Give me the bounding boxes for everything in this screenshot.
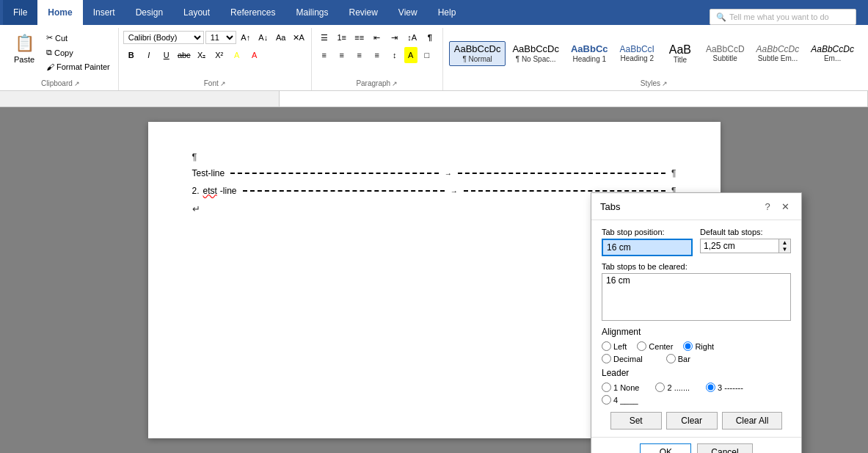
radio-right[interactable]: Right xyxy=(683,341,714,351)
clipboard-label: Clipboard ↗ xyxy=(7,78,114,89)
radio-center-input[interactable] xyxy=(637,341,646,351)
tab-file[interactable]: File xyxy=(3,0,37,25)
listbox-item-1[interactable]: 16 cm xyxy=(602,274,790,287)
paragraph-group: ☰ 1≡ ≡≡ ⇤ ⇥ ↕A ¶ ≡ ≡ ≡ ≡ ↕ A □ Paragraph… xyxy=(312,28,443,90)
tab-dots-2 xyxy=(243,190,445,192)
increase-indent-btn[interactable]: ⇥ xyxy=(387,29,403,46)
radio-center[interactable]: Center xyxy=(637,341,673,351)
copy-button[interactable]: ⧉ Copy xyxy=(43,46,114,59)
radio-leader-1-input[interactable] xyxy=(602,383,611,392)
increase-font-btn[interactable]: A↑ xyxy=(238,29,254,46)
tab-stop-label: Tab stop position: xyxy=(602,228,693,236)
cut-button[interactable]: ✂ Cut xyxy=(43,31,114,45)
radio-decimal[interactable]: Decimal xyxy=(602,354,643,363)
expand-font-icon[interactable]: ↗ xyxy=(220,80,226,87)
tab-stops-listbox[interactable]: 16 cm xyxy=(602,273,791,321)
text-highlight-btn[interactable]: A xyxy=(229,47,245,63)
radio-left[interactable]: Left xyxy=(602,341,627,351)
line-1-text: Test-line xyxy=(192,168,225,178)
spin-up-btn[interactable]: ▲ xyxy=(778,239,790,246)
tab-home[interactable]: Home xyxy=(37,0,82,25)
expand-para-icon[interactable]: ↗ xyxy=(392,80,398,87)
style-subtle-em[interactable]: AaBbCcDc Subtle Em... xyxy=(751,42,805,65)
align-left-btn[interactable]: ≡ xyxy=(316,47,332,63)
radio-right-input[interactable] xyxy=(683,341,693,351)
style-heading1[interactable]: AaBbCc Heading 1 xyxy=(566,41,613,65)
bold-button[interactable]: B xyxy=(123,47,139,63)
radio-leader-4-input[interactable] xyxy=(602,395,611,405)
subscript-button[interactable]: X₂ xyxy=(194,47,210,63)
show-para-btn[interactable]: ¶ xyxy=(422,29,438,46)
radio-bar[interactable]: Bar xyxy=(666,354,690,363)
default-tab-input[interactable] xyxy=(701,239,778,253)
main-area: ¶ Test-line → ¶ 2. etst -line → ¶ ↵ xyxy=(0,107,868,453)
ruler-inner xyxy=(279,91,868,106)
tab-help[interactable]: Help xyxy=(428,0,467,25)
tab-references[interactable]: References xyxy=(220,0,285,25)
spin-down-btn[interactable]: ▼ xyxy=(778,246,790,253)
align-right-btn[interactable]: ≡ xyxy=(351,47,368,63)
style-em[interactable]: AaBbCcDc Em... xyxy=(806,42,859,65)
superscript-button[interactable]: X² xyxy=(211,47,227,63)
sort-btn[interactable]: ↕A xyxy=(404,29,420,46)
italic-button[interactable]: I xyxy=(141,47,157,63)
dialog-titlebar: Tabs ? ✕ xyxy=(591,193,801,220)
font-color-btn[interactable]: A xyxy=(247,47,263,63)
paste-button[interactable]: 📋 Paste xyxy=(7,29,41,66)
font-size-select[interactable]: 11 xyxy=(205,31,236,44)
radio-leader-4[interactable]: 4 ____ xyxy=(602,395,638,405)
set-button[interactable]: Set xyxy=(610,412,662,430)
cancel-button[interactable]: Cancel xyxy=(697,443,752,453)
clear-all-button[interactable]: Clear All xyxy=(722,412,783,430)
radio-decimal-input[interactable] xyxy=(602,354,611,363)
justify-btn[interactable]: ≡ xyxy=(369,47,385,63)
radio-leader-2-input[interactable] xyxy=(655,383,665,392)
close-button[interactable]: ✕ xyxy=(778,199,792,214)
radio-leader-3[interactable]: 3 ------- xyxy=(706,383,743,392)
style-subtitle[interactable]: AaBbCcD Subtitle xyxy=(701,42,750,65)
styles-content: AaBbCcDc ¶ Normal AaBbCcDc ¶ No Spac... … xyxy=(449,29,859,78)
style-heading2[interactable]: AaBbCcI Heading 2 xyxy=(615,42,660,65)
decrease-indent-btn[interactable]: ⇤ xyxy=(369,29,385,46)
radio-left-input[interactable] xyxy=(602,341,611,351)
change-case-btn[interactable]: Aa xyxy=(273,29,289,46)
tab-insert[interactable]: Insert xyxy=(83,0,125,25)
multilevel-list-btn[interactable]: ≡≡ xyxy=(351,29,368,46)
ok-button[interactable]: OK xyxy=(640,443,691,453)
tab-stop-input[interactable] xyxy=(602,239,693,256)
align-center-btn[interactable]: ≡ xyxy=(334,47,350,63)
radio-leader-1[interactable]: 1 None xyxy=(602,383,639,392)
radio-bar-input[interactable] xyxy=(666,354,676,363)
style-no-spacing[interactable]: AaBbCcDc ¶ No Spac... xyxy=(507,41,564,65)
tell-me-input[interactable]: 🔍 Tell me what you want to do xyxy=(710,9,856,25)
tab-layout[interactable]: Layout xyxy=(173,0,220,25)
bullets-btn[interactable]: ☰ xyxy=(316,29,332,46)
expand-styles-icon[interactable]: ↗ xyxy=(662,80,668,87)
format-painter-button[interactable]: 🖌 Format Painter xyxy=(43,60,114,73)
tab-mailings[interactable]: Mailings xyxy=(285,0,338,25)
tab-view[interactable]: View xyxy=(388,0,428,25)
ruler xyxy=(0,91,868,107)
leader-label: Leader xyxy=(602,368,791,378)
alignment-row1: Left Center Right xyxy=(602,341,791,351)
shading-btn[interactable]: A xyxy=(404,47,417,63)
tab-review[interactable]: Review xyxy=(338,0,387,25)
radio-leader-3-input[interactable] xyxy=(706,383,715,392)
help-button[interactable]: ? xyxy=(760,199,775,214)
font-name-select[interactable]: Calibri (Body) xyxy=(123,31,204,44)
search-icon: 🔍 xyxy=(716,12,726,22)
style-title[interactable]: AaB Title xyxy=(661,40,699,68)
clear-formatting-btn[interactable]: ✕A xyxy=(291,29,307,46)
clear-button[interactable]: Clear xyxy=(666,412,718,430)
strikethrough-button[interactable]: abc xyxy=(176,47,192,63)
style-normal[interactable]: AaBbCcDc ¶ Normal xyxy=(449,41,506,65)
borders-btn[interactable]: □ xyxy=(419,47,435,63)
expand-icon[interactable]: ↗ xyxy=(74,80,80,87)
radio-leader-2[interactable]: 2 ....... xyxy=(655,383,690,392)
line-spacing-btn[interactable]: ↕ xyxy=(387,47,403,63)
underline-button[interactable]: U xyxy=(158,47,175,63)
copy-icon: ⧉ xyxy=(46,48,52,57)
tab-design[interactable]: Design xyxy=(125,0,173,25)
decrease-font-btn[interactable]: A↓ xyxy=(255,29,271,46)
numbering-btn[interactable]: 1≡ xyxy=(334,29,350,46)
